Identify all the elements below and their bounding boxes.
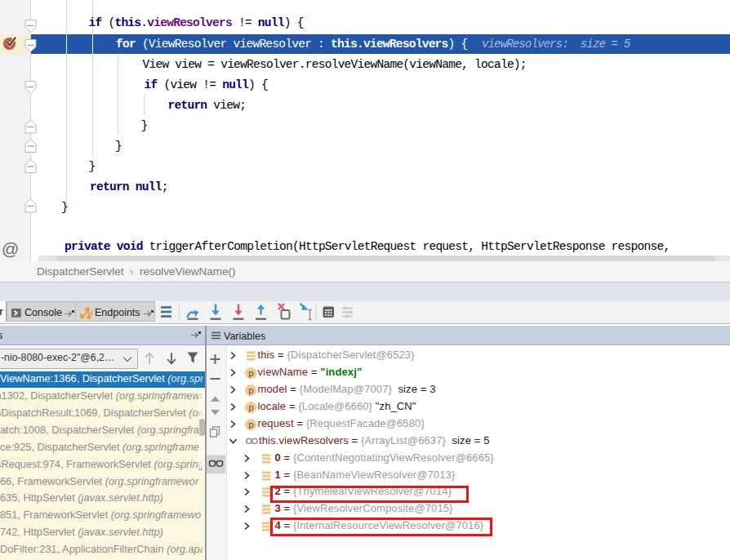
svg-text:p: p (248, 403, 253, 413)
svg-text:p: p (248, 369, 253, 379)
svg-text:p: p (248, 386, 253, 396)
svg-text:p: p (248, 420, 253, 429)
